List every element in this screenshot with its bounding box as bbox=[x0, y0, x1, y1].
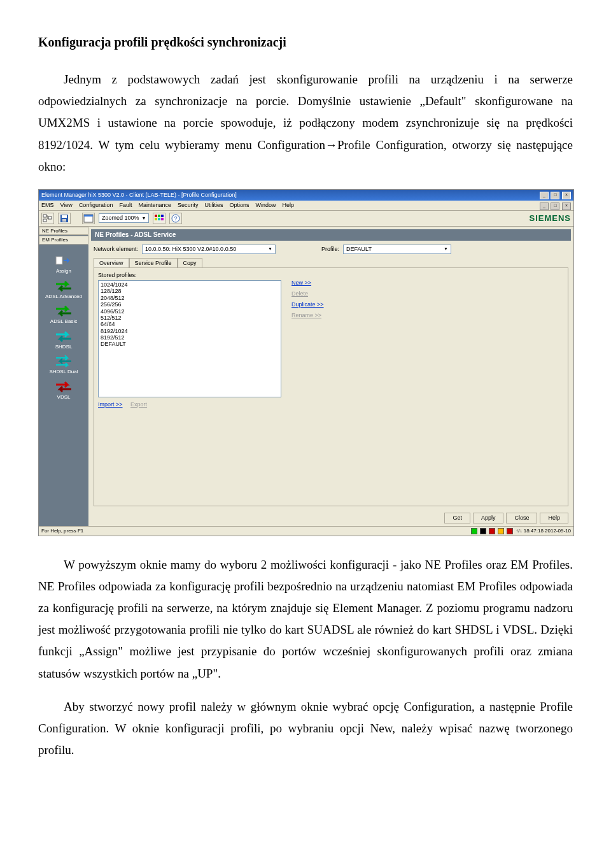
sidebar-item-label: VDSL bbox=[57, 394, 71, 401]
palette-icon bbox=[154, 214, 164, 223]
menu-help[interactable]: Help bbox=[283, 202, 295, 209]
tab-content-overview: Stored profiles: 1024/1024 128/128 2048/… bbox=[94, 267, 568, 506]
sidebar-item-adsl-advanced[interactable]: ADSL Advanced bbox=[39, 280, 88, 300]
svg-rect-7 bbox=[84, 215, 93, 217]
list-item[interactable]: 64/64 bbox=[101, 321, 279, 327]
window-title: Element Manager hiX 5300 V2.0 - Client (… bbox=[41, 192, 237, 199]
browser-icon bbox=[83, 214, 94, 223]
toolbar-button-help[interactable]: ? bbox=[169, 213, 182, 224]
minimize-button[interactable]: _ bbox=[540, 192, 549, 199]
get-button[interactable]: Get bbox=[444, 513, 470, 523]
sidebar-item-vdsl[interactable]: VDSL bbox=[39, 380, 88, 401]
sidebar-item-label: SHDSL bbox=[55, 344, 73, 350]
status-led-black bbox=[480, 528, 486, 534]
arrows-cyan-icon bbox=[55, 330, 73, 343]
menu-window[interactable]: Window bbox=[256, 202, 276, 209]
toolbar-button-save[interactable] bbox=[58, 213, 71, 224]
svg-rect-0 bbox=[43, 215, 46, 217]
mdi-restore-button[interactable]: □ bbox=[551, 203, 559, 210]
menu-ems[interactable]: EMS bbox=[41, 202, 54, 209]
tree-icon bbox=[43, 214, 53, 223]
svg-rect-12 bbox=[158, 218, 160, 220]
sidebar-item-assign[interactable]: Assign bbox=[39, 254, 88, 274]
toolbar-button-tree[interactable] bbox=[41, 213, 54, 224]
export-link: Export bbox=[130, 401, 147, 408]
app-window: Element Manager hiX 5300 V2.0 - Client (… bbox=[38, 189, 574, 536]
brand-logo: SIEMENS bbox=[529, 213, 571, 224]
sidebar-item-label: ADSL Advanced bbox=[45, 294, 82, 300]
arrows-green-icon bbox=[55, 304, 73, 317]
sidebar-item-shdsl[interactable]: SHDSL bbox=[39, 330, 88, 350]
status-text: For Help, press F1 bbox=[41, 528, 83, 534]
import-export-row: Import >> Export bbox=[98, 401, 564, 408]
list-item[interactable]: 2048/512 bbox=[101, 295, 279, 301]
list-item[interactable]: 256/256 bbox=[101, 301, 279, 308]
help-icon: ? bbox=[171, 214, 181, 223]
menu-options[interactable]: Options bbox=[230, 202, 249, 209]
status-led-orange bbox=[498, 528, 504, 534]
rename-link: Rename >> bbox=[291, 312, 324, 319]
tab-overview[interactable]: Overview bbox=[94, 258, 129, 268]
sidebar-item-adsl-basic[interactable]: ADSL Basic bbox=[39, 304, 88, 325]
status-led-red-1 bbox=[489, 528, 495, 534]
close-button[interactable]: × bbox=[562, 192, 571, 199]
tab-copy[interactable]: Copy bbox=[178, 258, 202, 268]
delete-link: Delete bbox=[291, 290, 324, 297]
close-button[interactable]: Close bbox=[506, 513, 537, 523]
apply-button[interactable]: Apply bbox=[473, 513, 504, 523]
menu-configuration[interactable]: Configuration bbox=[79, 202, 113, 209]
doc-paragraph-2: W powyższym oknie mamy do wyboru 2 możli… bbox=[38, 554, 573, 685]
list-item[interactable]: 8192/1024 bbox=[101, 328, 279, 334]
arrows-cyan-dual-icon bbox=[55, 355, 73, 367]
network-element-label: Network element: bbox=[94, 246, 138, 253]
sidebar-item-shdsl-dual[interactable]: SHDSL Dual bbox=[39, 355, 88, 375]
network-element-select[interactable]: 10.0.0.50: HiX 5300 V2.0#10.0.0.50 ▼ bbox=[142, 245, 276, 254]
status-led-red-2 bbox=[507, 528, 513, 534]
assign-icon bbox=[55, 254, 73, 267]
svg-rect-2 bbox=[48, 217, 52, 219]
toolbar-button-palette[interactable] bbox=[153, 213, 165, 224]
menu-view[interactable]: View bbox=[60, 202, 73, 209]
list-item[interactable]: DEFAULT bbox=[101, 341, 279, 347]
profile-select[interactable]: DEFAULT ▼ bbox=[343, 245, 451, 254]
list-item[interactable]: 8192/512 bbox=[101, 334, 279, 341]
duplicate-link[interactable]: Duplicate >> bbox=[291, 301, 324, 308]
status-time: ↑/↓ 18:47:18 2012-09-10 bbox=[516, 528, 571, 534]
page-title: Konfiguracja profili prędkości synchroni… bbox=[38, 31, 573, 53]
network-element-value: 10.0.0.50: HiX 5300 V2.0#10.0.0.50 bbox=[145, 246, 236, 253]
new-link[interactable]: New >> bbox=[291, 280, 324, 287]
statusbar: For Help, press F1 ↑/↓ 18:47:18 2012-09-… bbox=[39, 526, 573, 536]
arrows-green-icon bbox=[55, 280, 73, 292]
toolbar-button-browser[interactable] bbox=[82, 213, 95, 224]
help-button[interactable]: Help bbox=[540, 513, 568, 523]
list-item[interactable]: 128/128 bbox=[101, 288, 279, 294]
list-item[interactable]: 512/512 bbox=[101, 315, 279, 321]
toolbar: Zoomed 100% ▼ ? SIEMENS bbox=[39, 211, 573, 227]
panel-title: NE Profiles - ADSL Service bbox=[91, 229, 571, 241]
zoom-select[interactable]: Zoomed 100% ▼ bbox=[99, 213, 149, 223]
tab-service-profile[interactable]: Service Profile bbox=[129, 258, 178, 268]
list-item[interactable]: 1024/1024 bbox=[101, 281, 279, 288]
menu-fault[interactable]: Fault bbox=[119, 202, 132, 209]
svg-rect-16 bbox=[56, 257, 62, 264]
svg-rect-9 bbox=[158, 215, 160, 217]
footer-buttons: Get Apply Close Help bbox=[88, 510, 573, 526]
maximize-button[interactable]: □ bbox=[551, 192, 559, 199]
menu-security[interactable]: Security bbox=[178, 202, 199, 209]
window-buttons: _ □ × bbox=[539, 191, 571, 199]
sidebar-tab-ne-profiles[interactable]: NE Profiles bbox=[39, 227, 88, 236]
mdi-close-button[interactable]: × bbox=[562, 203, 571, 210]
import-link[interactable]: Import >> bbox=[98, 401, 123, 408]
window-titlebar[interactable]: Element Manager hiX 5300 V2.0 - Client (… bbox=[39, 190, 573, 201]
list-actions: New >> Delete Duplicate >> Rename >> bbox=[291, 280, 324, 318]
stored-profiles-listbox[interactable]: 1024/1024 128/128 2048/512 256/256 4096/… bbox=[98, 280, 281, 397]
main-panel: NE Profiles - ADSL Service Network eleme… bbox=[88, 227, 573, 526]
arrows-red-icon bbox=[55, 380, 73, 393]
menu-maintenance[interactable]: Maintenance bbox=[138, 202, 171, 209]
sidebar-item-label: SHDSL Dual bbox=[49, 369, 78, 375]
list-item[interactable]: 4096/512 bbox=[101, 308, 279, 315]
svg-rect-13 bbox=[161, 218, 164, 220]
menu-utilities[interactable]: Utilities bbox=[205, 202, 223, 209]
mdi-minimize-button[interactable]: _ bbox=[540, 203, 549, 210]
sidebar-tab-em-profiles[interactable]: EM Profiles bbox=[39, 236, 88, 245]
